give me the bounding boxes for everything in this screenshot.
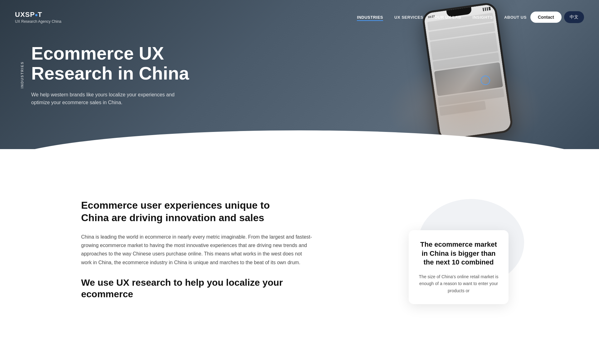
section1-body: China is leading the world in ecommerce … [81,233,312,267]
nav-item-our-ux-lab[interactable]: OUR UX LAB [435,14,461,20]
logo-wordmark: UXSPT [15,11,61,19]
wave-transition [0,149,599,174]
nav-item-ux-services[interactable]: UX SERVICES [394,14,423,20]
sidebar-card: The ecommerce market in China is bigger … [409,230,509,304]
contact-button[interactable]: Contact [530,12,562,23]
hero-subtitle: We help western brands like yours locali… [31,90,175,106]
sidebar-card-heading: The ecommerce market in China is bigger … [417,240,500,267]
section1-heading: Ecommerce user experiences unique to Chi… [81,199,300,224]
nav-item-about-us[interactable]: ABOUT US [504,14,527,20]
nav-links: INDUSTRIES UX SERVICES OUR UX LAB INSIGH… [357,14,527,20]
navigation: UXSPT UX Research Agency China INDUSTRIE… [0,0,599,34]
logo[interactable]: UXSPT UX Research Agency China [15,11,61,24]
hero-side-label: Industries [20,61,24,89]
language-button[interactable]: 中文 [564,11,584,23]
logo-tagline: UX Research Agency China [15,19,61,24]
content-section: Ecommerce user experiences unique to Chi… [0,174,599,323]
logo-dot-icon [35,14,37,16]
hero-title: Ecommerce UX Research in China [31,43,189,83]
nav-item-insights[interactable]: INSIGHTS [473,14,493,20]
sidebar-card-body: The size of China's online retail market… [417,273,500,294]
sidebar-card-wrap: The ecommerce market in China is bigger … [399,199,518,304]
content-grid: Ecommerce user experiences unique to Chi… [81,199,518,304]
wave-top [0,149,599,174]
content-main: Ecommerce user experiences unique to Chi… [81,199,374,304]
hero-content: Ecommerce UX Research in China We help w… [31,43,189,107]
nav-item-industries[interactable]: INDUSTRIES [357,14,383,20]
section2-heading: We use UX research to help you localize … [81,277,300,300]
